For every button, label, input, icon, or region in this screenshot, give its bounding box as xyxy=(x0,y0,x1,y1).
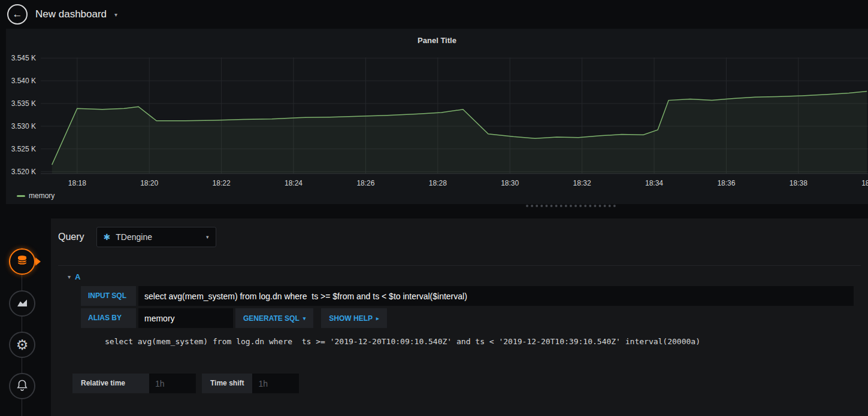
x-axis-tick-label: 18:36 xyxy=(717,179,735,187)
query-section-title: Query xyxy=(58,232,84,242)
dashboard-title[interactable]: New dashboard xyxy=(35,8,107,20)
relative-time-field[interactable] xyxy=(149,374,196,393)
query-header: Query ✱ TDengine ▾ xyxy=(58,227,861,247)
generate-sql-label: GENERATE SQL xyxy=(243,314,300,323)
generate-sql-button[interactable]: GENERATE SQL ▾ xyxy=(235,308,313,328)
y-axis-tick-label: 3.525 K xyxy=(11,145,36,153)
tab-queries[interactable] xyxy=(9,248,35,275)
y-axis-tick-label: 3.540 K xyxy=(11,77,36,85)
tdengine-logo-icon: ✱ xyxy=(104,232,111,242)
chevron-right-icon: ▸ xyxy=(376,315,379,321)
x-axis-tick-label: 18:26 xyxy=(356,179,374,187)
query-row-header[interactable]: ▾ A xyxy=(58,265,861,281)
bell-icon xyxy=(15,378,29,394)
x-axis-tick-label: 18:34 xyxy=(645,179,663,187)
tab-visualization[interactable] xyxy=(9,290,35,317)
x-axis-tick-label: 18:32 xyxy=(573,179,591,187)
input-sql-field[interactable] xyxy=(138,286,854,306)
chevron-down-icon[interactable]: ▾ xyxy=(114,11,117,18)
x-axis-tick-label: 18:40 xyxy=(861,179,868,187)
tab-general[interactable]: ⚙ xyxy=(9,332,35,358)
show-help-label: SHOW HELP xyxy=(329,314,373,323)
y-axis-tick-label: 3.530 K xyxy=(11,122,36,130)
time-shift-label: Time shift xyxy=(202,374,252,393)
query-editor-pane: Query ✱ TDengine ▾ ▾ A INPUT SQL ALIAS B… xyxy=(51,218,868,416)
back-arrow-icon: ← xyxy=(13,8,23,20)
query-ref-id[interactable]: A xyxy=(75,272,80,281)
database-icon xyxy=(15,254,29,270)
time-series-chart: 3.545 K3.540 K3.535 K3.530 K3.525 K3.520… xyxy=(6,53,868,190)
y-axis-tick-label: 3.545 K xyxy=(11,54,36,62)
active-tab-arrow-icon xyxy=(35,257,41,266)
chevron-down-icon: ▾ xyxy=(206,234,209,240)
panel-resize-handle[interactable] xyxy=(526,205,616,207)
legend: memory xyxy=(17,192,55,200)
y-axis-tick-label: 3.535 K xyxy=(11,99,36,108)
datasource-name: TDengine xyxy=(116,232,152,242)
graph-panel: Panel Title 3.545 K3.540 K3.535 K3.530 K… xyxy=(6,29,868,204)
time-options-row: Relative time Time shift xyxy=(72,374,861,393)
time-shift-field[interactable] xyxy=(252,374,299,393)
x-axis-tick-label: 18:18 xyxy=(68,179,86,187)
x-axis-tick-label: 18:28 xyxy=(429,179,447,187)
x-axis-tick-label: 18:24 xyxy=(285,179,303,187)
input-sql-row: INPUT SQL xyxy=(81,286,854,306)
chevron-down-icon: ▾ xyxy=(303,315,306,321)
x-axis-tick-label: 18:38 xyxy=(790,179,807,187)
show-help-button[interactable]: SHOW HELP ▸ xyxy=(321,308,386,328)
query-form: INPUT SQL ALIAS BY GENERATE SQL ▾ SHOW H… xyxy=(81,286,854,346)
editor-tabbar: ⚙ xyxy=(0,208,51,416)
panel-title[interactable]: Panel Title xyxy=(6,29,868,45)
x-axis-tick-label: 18:22 xyxy=(213,179,231,187)
chart-icon xyxy=(15,296,29,312)
alias-by-label: ALIAS BY xyxy=(81,308,136,328)
tab-alert[interactable] xyxy=(9,373,35,399)
datasource-picker[interactable]: ✱ TDengine ▾ xyxy=(96,227,216,247)
x-axis-tick-label: 18:20 xyxy=(140,179,158,187)
gear-icon: ⚙ xyxy=(16,338,29,352)
alias-by-field[interactable] xyxy=(138,308,233,328)
back-button[interactable]: ← xyxy=(7,4,28,25)
x-axis-tick-label: 18:30 xyxy=(501,179,519,187)
spacer xyxy=(196,374,202,393)
legend-series-swatch xyxy=(17,195,25,197)
alias-by-row: ALIAS BY GENERATE SQL ▾ SHOW HELP ▸ xyxy=(81,308,854,328)
collapse-caret-icon[interactable]: ▾ xyxy=(68,274,71,280)
legend-item-memory[interactable]: memory xyxy=(29,192,55,200)
top-navbar: ← New dashboard ▾ xyxy=(0,0,868,29)
relative-time-label: Relative time xyxy=(72,374,149,393)
y-axis-tick-label: 3.520 K xyxy=(11,168,36,176)
input-sql-label: INPUT SQL xyxy=(81,286,136,306)
generated-sql-text: select avg(mem_system) from log.dn where… xyxy=(105,337,854,346)
